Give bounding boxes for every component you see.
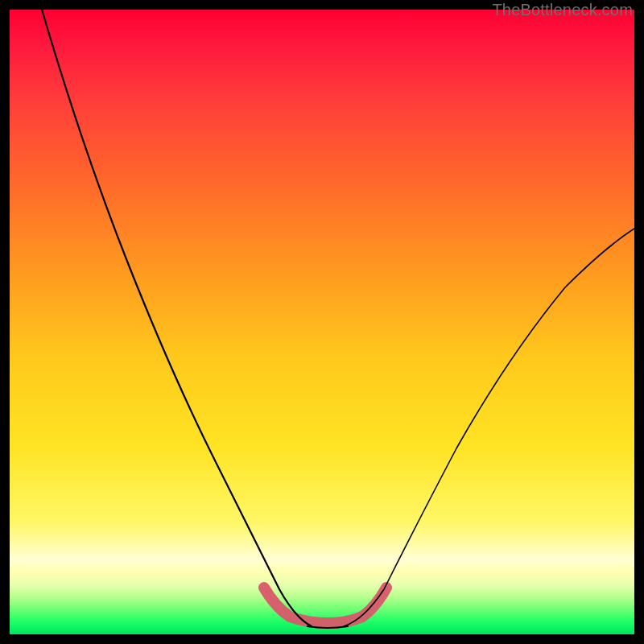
bottleneck-curve-right [344, 229, 634, 626]
watermark-text: TheBottleneck.com [492, 1, 633, 19]
plot-area [10, 10, 634, 634]
chart-svg [10, 10, 634, 634]
chart-frame: TheBottleneck.com [0, 0, 644, 644]
bottleneck-curve-left [42, 10, 312, 626]
